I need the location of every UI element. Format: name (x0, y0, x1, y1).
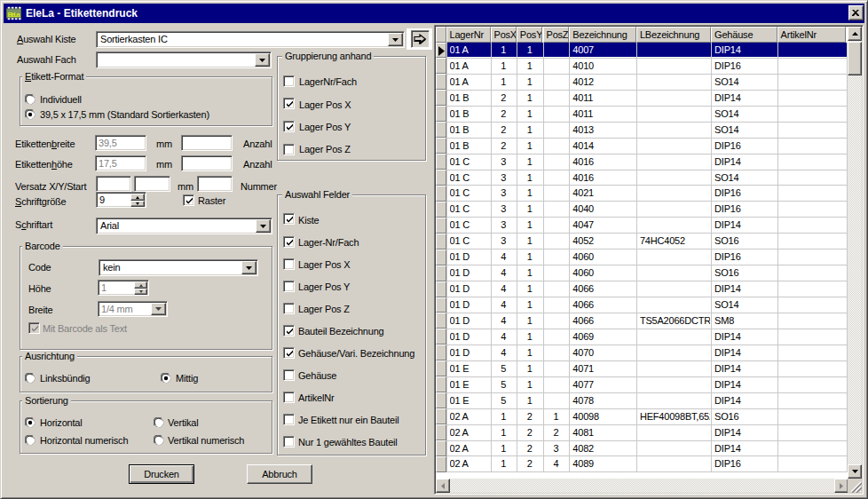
svg-text:EleLa: EleLa (8, 11, 21, 19)
